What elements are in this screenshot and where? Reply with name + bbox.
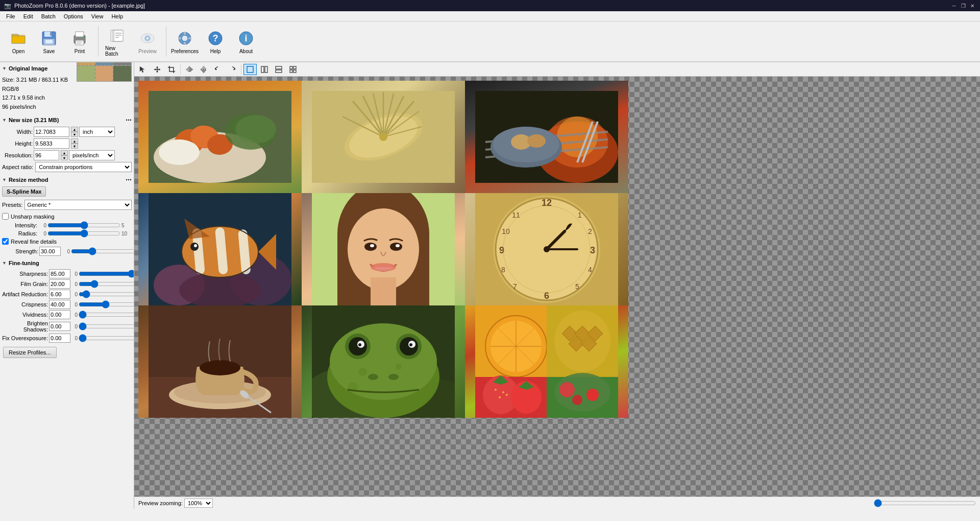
sharpness-input[interactable] [49, 269, 70, 278]
rotate-cw-button[interactable] [226, 64, 239, 75]
resolution-label: Resolution: [2, 152, 33, 158]
svg-rect-41 [247, 66, 253, 73]
save-button[interactable]: Save [35, 23, 63, 59]
select-tool-button[interactable] [136, 64, 150, 75]
film-grain-slider[interactable] [79, 280, 134, 288]
resize-arrow: ▼ [2, 177, 7, 182]
svg-point-137 [359, 368, 367, 376]
strength-row: Strength: 0 100 [2, 247, 132, 256]
svg-rect-15 [114, 30, 123, 41]
sharpness-slider[interactable] [79, 270, 134, 277]
film-grain-input[interactable] [49, 279, 70, 289]
vividness-slider[interactable] [79, 311, 134, 318]
unsharp-label[interactable]: Unsharp masking [11, 214, 55, 220]
presets-select[interactable]: Generic * Generic Text & line art [24, 200, 132, 210]
split-horizontal-button[interactable] [272, 64, 285, 75]
reveal-fine-checkbox[interactable] [2, 238, 9, 245]
width-unit-select[interactable]: inch cm mm pixels % [79, 127, 115, 137]
split-vertical-button[interactable] [258, 64, 271, 75]
width-spinner[interactable]: ▲ ▼ [71, 127, 78, 137]
crispness-slider[interactable] [79, 301, 134, 308]
rotate-ccw-button[interactable] [211, 64, 225, 75]
width-up[interactable]: ▲ [71, 127, 78, 132]
resolution-down[interactable]: ▼ [61, 155, 68, 160]
height-up[interactable]: ▲ [71, 138, 78, 144]
close-btn[interactable]: ✕ [969, 2, 976, 9]
titlebar-controls[interactable]: ─ ❐ ✕ [950, 2, 976, 9]
height-input[interactable] [34, 138, 69, 149]
new-batch-label: New Batch [105, 45, 129, 57]
preview-button[interactable]: Preview [133, 23, 162, 59]
aspect-select[interactable]: Constrain proportions Free [35, 162, 132, 172]
svg-point-164 [499, 396, 501, 398]
newsize-options[interactable]: ··· [126, 116, 132, 124]
unsharp-checkbox[interactable] [2, 213, 9, 220]
preview-area: 12 3 6 9 1 2 4 5 7 8 10 [134, 77, 980, 496]
photo-woman [302, 193, 465, 305]
print-button[interactable]: Print [65, 23, 94, 59]
intensity-slider[interactable] [47, 222, 120, 229]
svg-point-129 [200, 360, 240, 375]
menu-file[interactable]: File [2, 12, 19, 20]
svg-rect-43 [265, 66, 267, 73]
height-down[interactable]: ▼ [71, 144, 78, 149]
quad-view-button[interactable] [286, 64, 300, 75]
width-down[interactable]: ▼ [71, 132, 78, 137]
strength-slider[interactable] [71, 248, 134, 255]
width-input[interactable] [34, 127, 69, 137]
reveal-fine-label[interactable]: Reveal fine details [11, 239, 57, 245]
svg-point-55 [159, 139, 200, 165]
brighten-input[interactable] [49, 322, 70, 331]
resolution-input[interactable] [34, 150, 59, 160]
preview-canvas[interactable]: 12 3 6 9 1 2 4 5 7 8 10 [134, 77, 980, 496]
radius-slider[interactable] [47, 230, 120, 237]
sspline-method-button[interactable]: S-Spline Max [2, 186, 46, 197]
fix-over-input[interactable] [49, 334, 70, 343]
menu-edit[interactable]: Edit [19, 12, 37, 20]
brighten-slider[interactable] [79, 323, 134, 330]
save-icon [40, 29, 58, 48]
resize-profiles-button[interactable]: Resize Profiles... [3, 347, 57, 358]
resolution-unit-select[interactable]: pixels/inch pixels/cm [69, 150, 115, 160]
vividness-input[interactable] [49, 310, 70, 319]
crispness-input[interactable] [49, 300, 70, 309]
strength-input[interactable] [39, 247, 61, 256]
resolution-up[interactable]: ▲ [61, 150, 68, 155]
finetune-title: Fine-tuning [9, 260, 39, 266]
fix-over-slider-min: 0 [71, 336, 78, 341]
flip-h-button[interactable] [183, 64, 196, 75]
crop-tool-button[interactable] [165, 64, 178, 75]
resolution-spinner[interactable]: ▲ ▼ [61, 150, 68, 160]
flip-v-button[interactable] [197, 64, 210, 75]
minimize-btn[interactable]: ─ [950, 2, 958, 9]
resize-options[interactable]: ··· [126, 176, 132, 183]
preview-label: Preview [138, 49, 157, 54]
open-button[interactable]: Open [4, 23, 33, 59]
move-tool-button[interactable] [151, 64, 164, 75]
new-batch-button[interactable]: New Batch [103, 23, 131, 59]
artifact-slider[interactable] [79, 291, 134, 298]
film-grain-label: Film Grain: [2, 281, 48, 287]
menu-view[interactable]: View [87, 12, 108, 20]
photo-coffee [138, 305, 302, 418]
fix-over-slider[interactable] [79, 335, 134, 342]
menu-options[interactable]: Options [60, 12, 87, 20]
horizontal-scrollbar[interactable] [874, 500, 976, 507]
about-button[interactable]: i About [232, 23, 260, 59]
menu-help[interactable]: Help [107, 12, 127, 20]
radius-slider-min: 0 [38, 231, 46, 236]
zoom-select[interactable]: 100% 50% 200% Fit Fill [184, 499, 213, 508]
help-button[interactable]: ? Help [201, 23, 230, 59]
fine-tuning-header[interactable]: ▼ Fine-tuning [2, 259, 132, 267]
artifact-input[interactable] [49, 290, 70, 299]
orig-resolution: 96 pixels/inch [2, 103, 132, 112]
height-spinner[interactable]: ▲ ▼ [71, 138, 78, 149]
single-view-button[interactable] [243, 64, 257, 75]
menu-batch[interactable]: Batch [37, 12, 60, 20]
save-label: Save [43, 49, 55, 54]
photo-clock: 12 3 6 9 1 2 4 5 7 8 10 [465, 193, 628, 305]
preferences-button[interactable]: Preferences [170, 23, 199, 59]
restore-btn[interactable]: ❐ [960, 2, 967, 9]
svg-rect-47 [293, 66, 296, 69]
statusbar-right [874, 500, 976, 507]
